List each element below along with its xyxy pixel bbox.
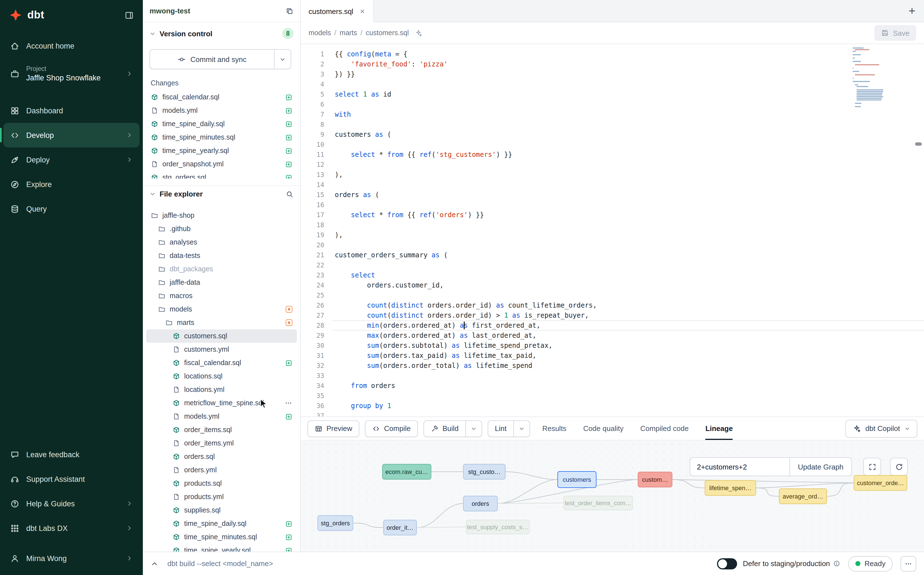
- file-explorer-header[interactable]: File explorer: [143, 185, 300, 202]
- sidebar-item-explore[interactable]: Explore: [3, 172, 139, 197]
- tab-lineage[interactable]: Lineage: [705, 417, 732, 440]
- compile-button[interactable]: Compile: [365, 420, 418, 437]
- sidebar-item-support-assistant[interactable]: Support Assistant: [3, 467, 139, 491]
- info-icon[interactable]: [833, 560, 841, 567]
- tree-item-orders-yml[interactable]: orders.yml: [146, 463, 297, 477]
- preview-button[interactable]: Preview: [307, 420, 360, 437]
- tree-item-time-spine-yearly-sql[interactable]: time_spine_yearly.sql: [146, 544, 297, 551]
- version-control-header[interactable]: Version control 8: [143, 26, 300, 41]
- sidebar-item-develop[interactable]: Develop: [3, 123, 139, 148]
- tree-item-customers-sql[interactable]: customers.sql: [146, 329, 297, 343]
- tree-item-supplies-sql[interactable]: supplies.sql: [146, 504, 297, 517]
- lineage-node-orders[interactable]: orders: [463, 496, 498, 511]
- tree-item-locations-sql[interactable]: locations.sql: [146, 370, 297, 383]
- tree-item-order-items-yml[interactable]: order_items.yml: [146, 437, 297, 450]
- stage-file-button[interactable]: [285, 547, 292, 551]
- tree-item-marts[interactable]: marts: [146, 316, 297, 329]
- tree-item-locations-yml[interactable]: locations.yml: [146, 383, 297, 396]
- minimap[interactable]: [853, 48, 885, 110]
- tab-results[interactable]: Results: [542, 417, 567, 440]
- lineage-node-stg-orders[interactable]: stg_orders: [317, 515, 353, 531]
- dbt-command-input[interactable]: dbt build --select <model_name>: [167, 559, 273, 568]
- editor-scrollbar-thumb[interactable]: [915, 142, 922, 146]
- sidebar-item-mirna-wong[interactable]: Mirna Wong: [3, 546, 139, 570]
- branch-bar[interactable]: mwong-test: [143, 0, 300, 22]
- sidebar-item-help-guides[interactable]: Help & Guides: [3, 491, 139, 516]
- tree-item-fiscal-calendar-sql[interactable]: fiscal_calendar.sql: [146, 356, 297, 370]
- ide-status-button[interactable]: Ready: [848, 556, 893, 571]
- more-options-button[interactable]: [900, 556, 916, 571]
- lineage-node-customer-orders[interactable]: customer_orde…: [854, 475, 907, 491]
- code-editor[interactable]: 1{{ config(meta = {2 'favorite_food': 'p…: [301, 44, 924, 416]
- tree-item-products-yml[interactable]: products.yml: [146, 490, 297, 504]
- sidebar-item-deploy[interactable]: Deploy: [3, 148, 139, 172]
- stage-file-button[interactable]: [285, 134, 292, 141]
- tree-item-models[interactable]: models: [146, 303, 297, 316]
- tree-item-macros[interactable]: macros: [146, 289, 297, 303]
- changed-file-models-yml[interactable]: models.yml: [146, 104, 297, 117]
- close-tab-button[interactable]: [359, 8, 366, 14]
- tab-code-quality[interactable]: Code quality: [583, 417, 623, 440]
- tab-compiled-code[interactable]: Compiled code: [640, 417, 689, 440]
- dbt-logo-icon[interactable]: [9, 8, 22, 22]
- refresh-lineage-button[interactable]: [890, 458, 908, 476]
- fullscreen-lineage-button[interactable]: [863, 458, 881, 476]
- build-options-button[interactable]: [466, 420, 482, 437]
- changed-file-stg-orders-sql[interactable]: stg_orders.sql: [146, 171, 297, 179]
- lineage-node-ecom-raw[interactable]: ecom.raw_cu…: [382, 464, 431, 480]
- lineage-node-stg-customers[interactable]: stg_custo…: [463, 464, 506, 480]
- tree-item-time-spine-minutes-sql[interactable]: time_spine_minutes.sql: [146, 531, 297, 544]
- stage-file-button[interactable]: [285, 94, 292, 101]
- sidebar-item-jaffle-shop-snowflake[interactable]: ProjectJaffle Shop Snowflake: [3, 58, 139, 89]
- stage-file-button[interactable]: [285, 534, 292, 541]
- new-tab-button[interactable]: [908, 7, 916, 15]
- copy-branch-button[interactable]: [286, 7, 293, 15]
- save-button[interactable]: Save: [875, 25, 916, 41]
- changed-file-time-spine-daily-sql[interactable]: time_spine_daily.sql: [146, 117, 297, 131]
- commit-options-button[interactable]: [274, 50, 291, 69]
- lineage-node-test-order-items[interactable]: test_order_items_com…: [564, 496, 633, 510]
- changed-file-fiscal-calendar-sql[interactable]: fiscal_calendar.sql: [146, 91, 297, 104]
- lineage-selector-input[interactable]: 2+customers+2: [690, 458, 789, 476]
- tab-customers-sql[interactable]: customers.sql: [301, 0, 374, 22]
- collapse-sidebar-button[interactable]: [124, 10, 134, 20]
- build-button[interactable]: Build: [423, 420, 466, 437]
- tree-item-orders-sql[interactable]: orders.sql: [146, 450, 297, 463]
- sidebar-item-account-home[interactable]: Account home: [3, 33, 139, 58]
- changed-file-time-spine-minutes-sql[interactable]: time_spine_minutes.sql: [146, 131, 297, 144]
- tree-item-customers-yml[interactable]: customers.yml: [146, 343, 297, 356]
- changed-file-time-spine-yearly-sql[interactable]: time_spine_yearly.sql: [146, 144, 297, 157]
- copilot-icon[interactable]: [414, 29, 422, 37]
- stage-file-button[interactable]: [285, 147, 292, 154]
- tree-item-time-spine-daily-sql[interactable]: time_spine_daily.sql: [146, 517, 297, 531]
- sidebar-item-leave-feedback[interactable]: Leave feedback: [3, 442, 139, 467]
- lint-button[interactable]: Lint: [488, 420, 514, 437]
- tree-item-jaffle-shop[interactable]: jaffle-shop: [146, 209, 297, 222]
- lineage-node-average-order[interactable]: average_ord…: [779, 488, 827, 504]
- tree-item-github[interactable]: .github: [146, 222, 297, 235]
- lineage-node-order-items[interactable]: order_it…: [384, 520, 417, 535]
- stage-file-button[interactable]: [285, 359, 292, 367]
- stage-file-button[interactable]: [285, 120, 292, 127]
- sidebar-item-dashboard[interactable]: Dashboard: [3, 98, 139, 123]
- lineage-node-customer[interactable]: custom…: [638, 472, 672, 488]
- tree-item-dbt-packages[interactable]: dbt_packages: [146, 262, 297, 276]
- commit-and-sync-button[interactable]: Commit and sync: [149, 49, 291, 69]
- tree-item-analyses[interactable]: analyses: [146, 235, 297, 249]
- tree-item-data-tests[interactable]: data-tests: [146, 249, 297, 262]
- tree-item-products-sql[interactable]: products.sql: [146, 477, 297, 490]
- sidebar-item-dbt-labs-dx[interactable]: dbt Labs DX: [3, 516, 139, 540]
- update-graph-button[interactable]: Update Graph: [789, 458, 851, 476]
- search-files-button[interactable]: [286, 190, 293, 198]
- stage-file-button[interactable]: [285, 174, 292, 179]
- file-menu-button[interactable]: [285, 399, 292, 407]
- defer-toggle[interactable]: [717, 558, 737, 569]
- lineage-node-test-supply[interactable]: test_supply_costs_s…: [466, 520, 529, 534]
- stage-file-button[interactable]: [285, 520, 292, 527]
- tree-item-metricflow-time-spine-sql[interactable]: metricflow_time_spine.sql: [146, 396, 297, 410]
- lint-options-button[interactable]: [514, 420, 530, 437]
- lineage-node-lifetime-spend[interactable]: lifetime_spen…: [705, 480, 756, 496]
- tree-item-models-yml[interactable]: models.yml: [146, 410, 297, 423]
- dbt-copilot-button[interactable]: dbt Copilot: [845, 419, 917, 437]
- tree-item-order-items-sql[interactable]: order_items.sql: [146, 423, 297, 437]
